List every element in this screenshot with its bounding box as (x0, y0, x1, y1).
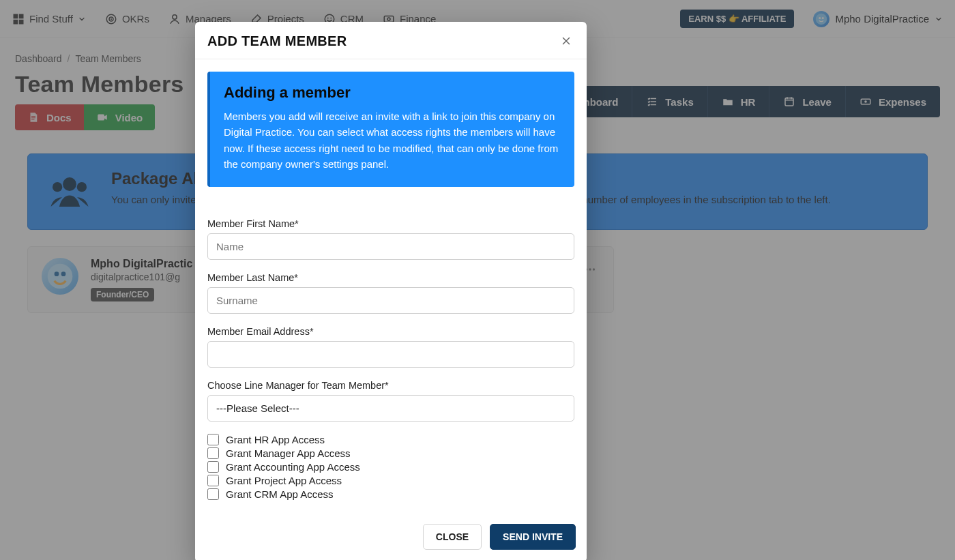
check-accounting-label: Grant Accounting App Access (226, 461, 360, 473)
check-project-box[interactable] (207, 475, 219, 486)
label-last-name: Member Last Name* (207, 272, 574, 283)
email-input[interactable] (207, 341, 574, 368)
check-crm-label: Grant CRM App Access (226, 488, 334, 500)
check-project-label: Grant Project App Access (226, 475, 342, 486)
check-manager[interactable]: Grant Manager App Access (207, 447, 574, 459)
check-hr-label: Grant HR App Access (226, 434, 325, 445)
modal-close-footer-button[interactable]: CLOSE (423, 524, 482, 550)
label-line-manager: Choose Line Manager for Team Member* (207, 380, 574, 391)
last-name-input[interactable] (207, 287, 574, 314)
modal-info-text: Members you add will receive an invite w… (224, 108, 561, 172)
check-accounting-box[interactable] (207, 461, 219, 473)
label-email: Member Email Address* (207, 326, 574, 337)
check-hr-box[interactable] (207, 434, 219, 445)
modal-info-card: Adding a member Members you add will rec… (207, 72, 574, 187)
access-checks: Grant HR App Access Grant Manager App Ac… (207, 434, 574, 500)
modal-close-button[interactable] (558, 33, 574, 49)
line-manager-select[interactable]: ---Please Select--- (207, 395, 574, 422)
send-invite-button[interactable]: SEND INVITE (490, 524, 576, 550)
check-manager-box[interactable] (207, 447, 219, 459)
check-project[interactable]: Grant Project App Access (207, 475, 574, 486)
check-manager-label: Grant Manager App Access (226, 447, 351, 459)
first-name-input[interactable] (207, 233, 574, 260)
modal-info-title: Adding a member (224, 84, 561, 102)
add-team-member-modal: ADD TEAM MEMBER Adding a member Members … (195, 22, 587, 560)
modal-title: ADD TEAM MEMBER (207, 33, 347, 49)
check-crm[interactable]: Grant CRM App Access (207, 488, 574, 500)
check-hr[interactable]: Grant HR App Access (207, 434, 574, 445)
check-accounting[interactable]: Grant Accounting App Access (207, 461, 574, 473)
label-first-name: Member First Name* (207, 218, 574, 229)
check-crm-box[interactable] (207, 488, 219, 500)
